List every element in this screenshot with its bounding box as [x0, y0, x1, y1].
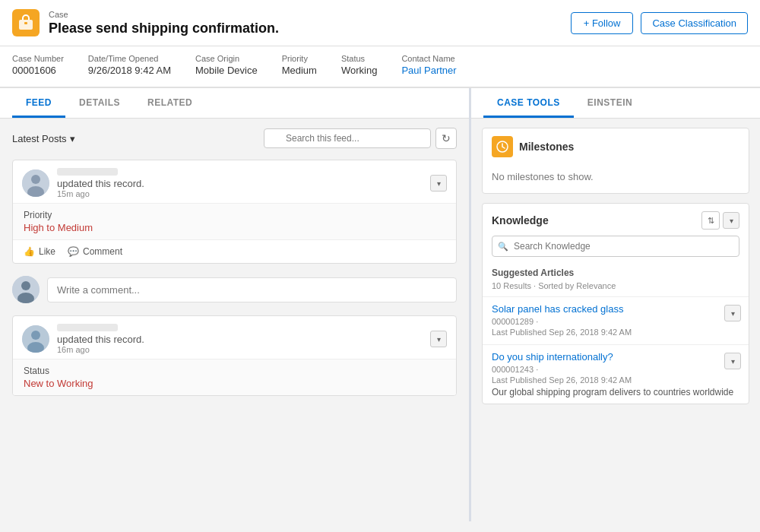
page-header: Case Please send shipping confirmation. … [0, 0, 760, 46]
main-layout: FEED DETAILS RELATED Latest Posts ▾ ↻ [0, 88, 760, 521]
article-1-meta: 000001289 · [492, 317, 739, 326]
header-actions: + Follow Case Classification [571, 12, 748, 34]
post-2-header-left: updated this record. 16m ago [22, 324, 144, 354]
feed-toolbar: Latest Posts ▾ ↻ [12, 128, 457, 149]
tab-details[interactable]: DETAILS [65, 88, 134, 118]
knowledge-card: Knowledge ⇅ ▾ Suggested Articles 10 Resu… [482, 203, 749, 404]
comment-row [12, 271, 457, 308]
origin-value: Mobile Device [195, 65, 258, 76]
tab-case-tools[interactable]: CASE TOOLS [483, 88, 574, 118]
post-1-info: updated this record. [57, 178, 144, 189]
left-panel: FEED DETAILS RELATED Latest Posts ▾ ↻ [0, 88, 471, 521]
svg-point-6 [21, 281, 30, 290]
post-2-change-label: Status [24, 366, 445, 376]
like-button[interactable]: 👍 Like [24, 246, 55, 257]
article-1-number: 000001289 [492, 317, 534, 326]
datetime-value: 9/26/2018 9:42 AM [88, 65, 171, 76]
article-2-dropdown[interactable]: ▾ [724, 353, 741, 369]
case-title: Please send shipping confirmation. [49, 21, 279, 36]
post-2-dropdown[interactable]: ▾ [430, 331, 447, 347]
status-value: Working [341, 65, 377, 76]
knowledge-title: Knowledge [492, 214, 549, 226]
meta-bar: Case Number 00001606 Date/Time Opened 9/… [0, 46, 760, 88]
knowledge-header: Knowledge ⇅ ▾ [483, 204, 749, 236]
post-1-actions-bar: 👍 Like 💬 Comment [13, 239, 456, 263]
right-content: Milestones No milestones to show. Knowle… [471, 119, 760, 521]
milestones-header: Milestones [483, 128, 749, 165]
svg-point-9 [31, 331, 40, 340]
article-2-desc: Our global shipping program delivers to … [492, 387, 739, 397]
milestone-icon [492, 136, 513, 157]
case-number-label: Case Number [12, 54, 64, 63]
post-2-info: updated this record. [57, 334, 144, 345]
milestones-card: Milestones No milestones to show. [482, 128, 749, 194]
comment-button[interactable]: 💬 Comment [68, 246, 122, 257]
commenter-avatar [12, 276, 40, 303]
case-icon [12, 9, 40, 36]
follow-button[interactable]: + Follow [571, 12, 634, 34]
article-1-dropdown[interactable]: ▾ [724, 305, 741, 321]
comment-input[interactable] [47, 277, 457, 302]
post-2-change: Status New to Working [13, 359, 456, 395]
tab-einstein[interactable]: EINSTEIN [574, 88, 646, 118]
post-2-change-value: New to Working [24, 378, 445, 389]
like-icon: 👍 [24, 246, 35, 257]
tab-feed[interactable]: FEED [12, 88, 65, 118]
post-1-avatar [22, 169, 49, 197]
post-2-user-blur [57, 324, 118, 331]
knowledge-search-input[interactable] [492, 236, 739, 257]
article-2-number: 000001243 [492, 365, 534, 374]
left-tabs: FEED DETAILS RELATED [0, 88, 469, 119]
knowledge-sort-controls: ⇅ ▾ [701, 211, 739, 230]
post-2-meta: updated this record. 16m ago [57, 324, 144, 354]
milestones-title: Milestones [519, 141, 574, 153]
post-1-header-left: updated this record. 15m ago [22, 168, 144, 198]
contact-link[interactable]: Paul Partner [401, 65, 456, 76]
article-1-title[interactable]: Solar panel has cracked glass [492, 303, 739, 315]
latest-posts-label: Latest Posts [12, 133, 67, 144]
feed-post-2: updated this record. 16m ago ▾ Status Ne… [12, 315, 457, 396]
search-feed-input[interactable] [264, 128, 431, 148]
priority-field: Priority Medium [282, 54, 317, 76]
article-1-dot: · [536, 317, 538, 326]
post-1-time: 15m ago [57, 189, 144, 198]
post-1-change-label: Priority [24, 210, 445, 220]
post-1-change-value: High to Medium [24, 222, 445, 233]
post-1-dropdown[interactable]: ▾ [430, 175, 447, 192]
status-field: Status Working [341, 54, 377, 76]
case-classification-button[interactable]: Case Classification [641, 12, 748, 34]
case-number-field: Case Number 00001606 [12, 54, 64, 76]
comment-label: Comment [83, 246, 122, 257]
latest-posts-button[interactable]: Latest Posts ▾ [12, 133, 75, 144]
post-2-action: updated this record. [57, 334, 144, 345]
search-feed-container [264, 128, 431, 148]
origin-field: Case Origin Mobile Device [195, 54, 258, 76]
svg-point-3 [31, 175, 40, 184]
comment-icon: 💬 [68, 246, 79, 257]
post-1-header: updated this record. 15m ago ▾ [13, 160, 456, 203]
search-feed-wrap: ↻ [264, 128, 457, 149]
post-1-change: Priority High to Medium [13, 203, 456, 239]
status-label: Status [341, 54, 377, 63]
knowledge-dropdown[interactable]: ▾ [723, 212, 739, 229]
knowledge-search-wrap [492, 236, 739, 257]
knowledge-sort-button[interactable]: ⇅ [701, 211, 720, 230]
like-label: Like [39, 246, 55, 257]
tab-related[interactable]: RELATED [134, 88, 206, 118]
svg-rect-0 [19, 20, 33, 30]
article-item-1: Solar panel has cracked glass 000001289 … [483, 296, 749, 344]
datetime-field: Date/Time Opened 9/26/2018 9:42 AM [88, 54, 171, 76]
post-1-meta: updated this record. 15m ago [57, 168, 144, 198]
priority-value: Medium [282, 65, 317, 76]
suggested-label: Suggested Articles [483, 264, 749, 280]
article-2-meta: 000001243 · [492, 365, 739, 374]
article-2-published: Last Published Sep 26, 2018 9:42 AM [492, 375, 739, 385]
origin-label: Case Origin [195, 54, 258, 63]
feed-post-1: updated this record. 15m ago ▾ Priority … [12, 160, 457, 264]
post-1-action: updated this record. [57, 178, 144, 189]
refresh-button[interactable]: ↻ [435, 128, 457, 149]
article-1-published: Last Published Sep 26, 2018 9:42 AM [492, 328, 739, 337]
case-info: Case Please send shipping confirmation. [49, 10, 279, 36]
results-label: 10 Results · Sorted by Relevance [483, 280, 749, 296]
article-2-title[interactable]: Do you ship internationally? [492, 351, 739, 363]
